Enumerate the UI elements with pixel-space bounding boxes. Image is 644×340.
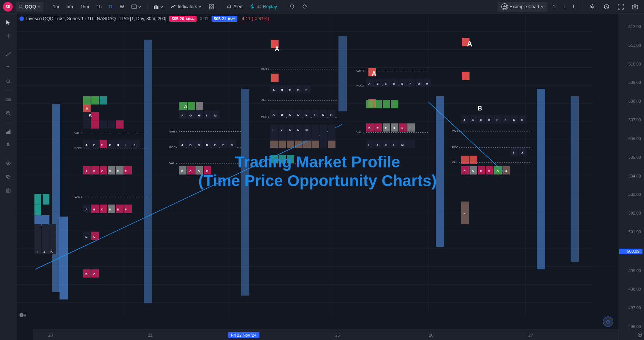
svg-text:POC: POC [356,84,363,87]
svg-rect-210 [271,74,279,82]
chevron-down-icon-4 [541,5,544,8]
svg-rect-9 [156,5,157,9]
shapes-tool[interactable] [2,75,14,87]
svg-rect-85 [34,239,41,247]
svg-text:K: K [51,250,53,254]
templates-btn[interactable] [206,2,217,12]
divider-4 [283,3,283,10]
svg-rect-75 [34,194,41,204]
templates-icon [209,4,214,9]
redo-btn[interactable] [299,2,310,12]
svg-point-0 [19,5,22,7]
tf-D[interactable]: D [106,2,115,12]
svg-rect-165 [188,102,195,110]
chart-type-btn[interactable] [151,2,166,12]
crosshair-tool[interactable] [2,30,14,42]
svg-rect-95 [144,40,152,303]
eye-tool[interactable] [2,157,14,169]
forecast-tool[interactable] [2,125,14,137]
tf-more[interactable] [128,2,144,12]
tf-1m[interactable]: 1m [50,2,62,12]
cursor-tool[interactable] [2,16,14,28]
toolbar-right: Example Chart 1 I L [498,2,641,12]
replay-btn[interactable]: 44 Replay [247,2,280,12]
svg-text:H: H [330,113,332,116]
trendline-tool[interactable] [2,48,14,60]
svg-rect-78 [34,215,49,226]
svg-text:F: F [410,82,411,85]
svg-line-22 [607,7,608,7]
trash-icon [6,188,11,193]
svg-text:C: C [464,170,466,173]
price-508: 508.00 [619,99,644,103]
svg-text:L: L [410,127,411,130]
svg-text:B: B [85,235,88,239]
svg-text:VAL: VAL [261,98,267,102]
zoom-tool[interactable] [2,107,14,119]
price-510: 510.00 [619,62,644,66]
svg-rect-23 [632,5,638,9]
svg-rect-373 [328,125,335,133]
camera-btn[interactable] [629,2,641,12]
link-tool[interactable] [2,171,14,183]
svg-text:G: G [231,143,233,147]
chart-canvas[interactable]: I J K A [16,13,619,330]
symbol-search[interactable]: QQQ [16,2,43,12]
tf-5m[interactable]: 5m [64,2,76,12]
divider-2 [147,3,148,10]
svg-text:E: E [496,119,498,121]
svg-text:A: A [368,82,370,85]
svg-rect-283 [391,100,398,108]
svg-text:T: T [7,66,9,70]
layout-I[interactable]: I [561,2,568,12]
svg-text:M: M [306,128,308,131]
svg-rect-98 [91,112,99,120]
chart-area[interactable]: Invesco QQQ Trust, Series 1 · 1D · NASDA… [16,13,644,340]
measure-tool[interactable] [2,94,14,106]
magnet-tool[interactable] [2,139,14,151]
fullscreen-btn[interactable] [615,2,627,12]
clock-btn[interactable] [601,2,613,12]
time-22: Fri 22 Nov '24 [228,332,259,338]
svg-rect-355 [366,140,374,148]
text-tool[interactable]: T [2,62,14,74]
price-502: 502.00 [619,211,644,215]
text-icon: T [6,65,11,70]
tf-W[interactable]: W [117,2,127,12]
sell-badge[interactable]: 505.20 SELL [169,16,197,22]
svg-text:A: A [273,88,275,92]
price-509: 509.00 [619,81,644,85]
settings-btn[interactable] [586,2,598,12]
svg-text:A: A [467,40,472,48]
svg-text:x: x [176,130,177,133]
tf-15m[interactable]: 15m [78,2,92,12]
buy-badge[interactable]: 505.21 BUY [212,16,237,22]
svg-text:F: F [505,119,507,121]
svg-text:E: E [93,143,95,147]
svg-text:E: E [306,88,308,92]
scale-mode-icon[interactable] [637,332,643,339]
example-chart-btn[interactable]: Example Chart [498,2,547,12]
goto-icon: ⊕ [606,319,610,325]
svg-rect-4 [132,5,136,9]
eye-icon [6,161,11,166]
price-511: 511.00 [619,43,644,48]
redo-icon [302,4,307,9]
svg-rect-76 [34,204,41,215]
price-504: 504.00 [619,174,644,178]
svg-text:B: B [281,113,283,116]
svg-rect-248 [312,140,319,148]
undo-btn[interactable] [286,2,298,12]
alert-btn[interactable]: Alert [224,2,246,12]
goto-time-btn[interactable]: ⊕ [603,316,613,327]
trash-tool[interactable] [2,184,14,196]
svg-rect-153 [91,96,99,104]
svg-rect-103 [116,120,124,128]
layout-1[interactable]: 1 [550,2,558,12]
replay-icon [250,4,255,9]
user-avatar[interactable]: 60 [3,2,13,12]
svg-rect-142 [100,204,107,213]
indicators-btn[interactable]: Indicators [168,2,204,12]
layout-L[interactable]: L [570,2,578,12]
tf-1h[interactable]: 1h [94,2,104,12]
